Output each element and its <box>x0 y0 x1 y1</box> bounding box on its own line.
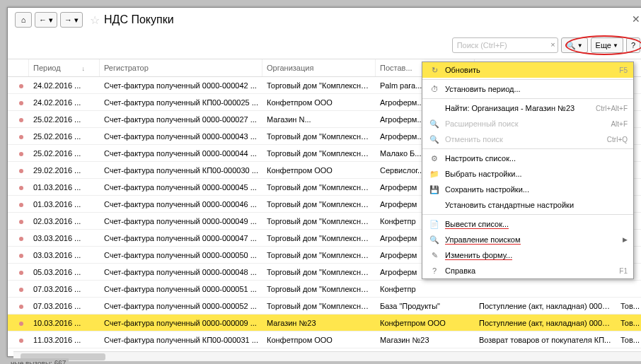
dot-icon <box>19 152 23 156</box>
menu-label: Сохранить настройки... <box>445 185 628 194</box>
cell-registrar: Счет-фактура полученный КП00-000031 ... <box>100 336 262 344</box>
table-row[interactable]: 07.03.2016 ...Счет-фактура полученный 00… <box>8 281 641 298</box>
dot-icon <box>19 101 23 105</box>
row-marker <box>8 319 29 327</box>
row-marker <box>8 81 29 90</box>
home-button[interactable]: ⌂ <box>15 12 32 28</box>
menu-icon: ⏱ <box>428 85 441 93</box>
column-registrar[interactable]: Регистратор <box>100 59 262 76</box>
back-button[interactable]: ← ▾ <box>35 12 57 28</box>
dot-icon <box>19 186 23 190</box>
dot-icon <box>19 322 23 326</box>
menu-shortcut: F5 <box>619 66 628 74</box>
menu-shortcut: Ctrl+Q <box>607 136 628 143</box>
menu-item[interactable]: Установить стандартные настройки <box>422 197 633 213</box>
row-marker <box>8 268 29 276</box>
cell-organization: Торговый дом "Комплексный... <box>262 149 376 158</box>
menu-item[interactable]: 🔍Отменить поискCtrl+Q <box>422 131 633 147</box>
cell-registrar: Счет-фактура полученный КП00-000025 ... <box>100 98 262 107</box>
cell-extra: Тов... <box>616 319 641 327</box>
table-row[interactable]: 07.03.2016 ...Счет-фактура полученный 00… <box>8 298 641 315</box>
menu-item[interactable]: 🔍Расширенный поискAlt+F <box>422 116 633 131</box>
cell-supplier: База "Продукты" <box>376 302 475 310</box>
menu-item[interactable]: ⏱Установить период... <box>422 81 633 97</box>
cell-period: 25.02.2016 ... <box>29 132 100 141</box>
menu-icon: 📄 <box>428 220 441 229</box>
forward-button[interactable]: → ▾ <box>60 12 83 28</box>
cell-organization: Торговый дом "Комплексный... <box>262 81 376 90</box>
search-clear-icon[interactable]: × <box>550 40 555 49</box>
row-marker <box>8 302 29 310</box>
menu-label: Установить период... <box>445 85 628 93</box>
menu-label: Изменить форму... <box>445 251 628 259</box>
menu-icon: 📁 <box>428 170 441 179</box>
search-input[interactable] <box>452 37 558 53</box>
menu-item[interactable]: 📁Выбрать настройки... <box>422 166 633 182</box>
row-marker <box>8 217 29 225</box>
menu-icon: 🔍 <box>428 235 441 245</box>
menu-shortcut: Ctrl+Alt+F <box>596 105 628 112</box>
help-button[interactable]: ? <box>626 37 640 53</box>
cell-registrar: Счет-фактура полученный 0000-000050 ... <box>100 251 262 259</box>
cell-period: 02.03.2016 ... <box>29 217 100 225</box>
cell-registrar: Счет-фактура полученный 0000-000045 ... <box>100 183 262 192</box>
menu-label: Выбрать настройки... <box>445 170 628 178</box>
menu-item[interactable]: 🔍Управление поиском▶ <box>422 232 633 247</box>
dot-icon <box>19 305 23 309</box>
horizontal-scrollbar[interactable] <box>13 351 641 361</box>
cell-registrar: Счет-фактура полученный 0000-000027 ... <box>100 115 262 124</box>
row-marker <box>8 336 29 344</box>
dot-icon <box>19 339 23 343</box>
status-bar: ные вызовы: 667 <box>8 358 69 364</box>
context-menu: ↻ОбновитьF5⏱Установить период...Найти: О… <box>422 61 634 279</box>
cell-registrar: Счет-фактура полученный 0000-000009 ... <box>100 319 262 327</box>
favorite-star-icon[interactable]: ☆ <box>90 13 100 27</box>
dot-icon <box>19 288 23 292</box>
cell-organization: Торговый дом "Комплексный... <box>262 183 376 192</box>
cell-organization: Торговый дом "Комплексный... <box>262 268 376 276</box>
cell-organization: Торговый дом "Комплексный... <box>262 285 376 293</box>
menu-icon: ? <box>428 266 441 275</box>
cell-registrar: Счет-фактура полученный 0000-000048 ... <box>100 268 262 276</box>
cell-registrar: Счет-фактура полученный 0000-000051 ... <box>100 285 262 293</box>
more-button[interactable]: Еще ▼ <box>591 37 623 53</box>
cell-supplier: Конфетпр <box>376 285 475 293</box>
cell-organization: Торговый дом "Комплексный... <box>262 132 376 141</box>
search-dropdown-button[interactable]: 🔍▼ <box>561 37 588 53</box>
cell-organization: Торговый дом "Комплексный... <box>262 200 376 209</box>
row-marker <box>8 251 29 259</box>
column-period[interactable]: Период↓ <box>29 59 100 76</box>
cell-registrar: Счет-фактура полученный 0000-000047 ... <box>100 234 262 242</box>
close-button[interactable]: ✕ <box>632 13 640 25</box>
menu-item[interactable]: 📄Вывести список... <box>422 216 633 232</box>
row-marker <box>8 166 29 175</box>
table-row[interactable]: 11.03.2016 ...Счет-фактура полученный КП… <box>8 331 641 348</box>
row-marker <box>8 234 29 242</box>
table-row[interactable]: 10.03.2016 ...Счет-фактура полученный 00… <box>8 315 641 331</box>
menu-item[interactable]: ⚙Настроить список... <box>422 151 633 166</box>
menu-item[interactable]: Найти: Организация - Магазин №23Ctrl+Alt… <box>422 100 633 116</box>
more-label: Еще <box>596 41 611 49</box>
cell-period: 07.03.2016 ... <box>29 285 100 293</box>
menu-icon: 🔍 <box>428 119 441 129</box>
menu-item[interactable]: 💾Сохранить настройки... <box>422 182 633 197</box>
menu-item[interactable]: ↻ОбновитьF5 <box>422 62 633 78</box>
sort-icon: ↓ <box>82 65 86 72</box>
cell-doc: Поступление (акт, накладная) 0000-... <box>475 302 616 310</box>
cell-supplier: Конфетпром ООО <box>376 319 475 327</box>
cell-doc: Возврат товаров от покупателя КП... <box>475 336 616 344</box>
row-marker <box>8 285 29 293</box>
menu-item[interactable]: ?СправкаF1 <box>422 263 633 278</box>
cell-organization: Торговый дом "Комплексный... <box>262 251 376 259</box>
dot-icon <box>19 254 23 258</box>
cell-period: 03.03.2016 ... <box>29 251 100 259</box>
dot-icon <box>19 118 23 122</box>
menu-item[interactable]: ✎Изменить форму... <box>422 247 633 263</box>
column-marker[interactable] <box>8 59 29 76</box>
row-marker <box>8 149 29 158</box>
cell-organization: Торговый дом "Комплексный... <box>262 234 376 242</box>
column-organization[interactable]: Организация <box>262 59 376 76</box>
menu-icon: ↻ <box>428 66 441 75</box>
cell-extra: Тов... <box>616 336 641 344</box>
cell-period: 07.03.2016 ... <box>29 302 100 310</box>
